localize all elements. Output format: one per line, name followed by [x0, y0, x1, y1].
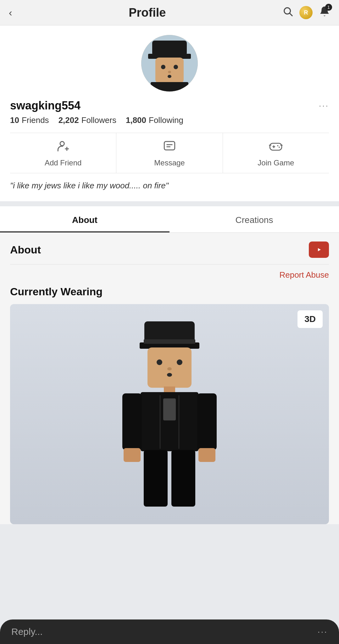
svg-rect-40 — [122, 393, 142, 450]
svg-rect-44 — [144, 450, 168, 507]
avatar — [141, 35, 198, 92]
about-header: About — [10, 242, 329, 264]
svg-rect-43 — [198, 448, 215, 462]
3d-toggle-button[interactable]: 3D — [297, 310, 323, 328]
svg-point-20 — [277, 145, 279, 147]
avatar-container — [10, 35, 329, 92]
stats-row: 10 Friends 2,202 Followers 1,800 Followi… — [10, 115, 183, 125]
friends-label: Friends — [22, 115, 49, 125]
svg-rect-39 — [163, 398, 176, 420]
join-game-icon — [269, 140, 283, 155]
svg-point-31 — [177, 359, 182, 365]
friends-stat[interactable]: 10 Friends — [10, 115, 49, 125]
following-label: Following — [149, 115, 183, 125]
back-button[interactable]: ‹ — [9, 7, 12, 19]
svg-point-32 — [167, 367, 172, 370]
about-section-title: About — [10, 244, 41, 256]
reply-placeholder[interactable]: Reply... — [11, 626, 42, 637]
nav-bar: ‹ Profile R 1 — [0, 0, 339, 25]
page-title: Profile — [129, 6, 166, 19]
report-abuse-link[interactable]: Report Abuse — [10, 264, 329, 286]
svg-rect-28 — [144, 339, 195, 344]
notification-badge: 1 — [325, 4, 332, 11]
robux-coin: R — [299, 6, 313, 19]
add-friend-button[interactable]: Add Friend — [10, 133, 116, 173]
svg-point-9 — [168, 75, 171, 78]
svg-point-30 — [157, 359, 162, 365]
svg-rect-17 — [270, 143, 282, 150]
svg-rect-42 — [197, 393, 217, 450]
notification-icon[interactable]: 1 — [319, 6, 330, 19]
svg-rect-14 — [164, 142, 175, 150]
tab-about[interactable]: About — [0, 206, 170, 232]
friends-count: 10 — [10, 115, 19, 125]
profile-card: swagking554 ··· 10 Friends 2,202 Followe… — [0, 25, 339, 201]
more-options-button[interactable]: ··· — [319, 101, 329, 111]
actions-row: Add Friend Message — [10, 133, 329, 173]
currently-wearing-title: Currently Wearing — [10, 286, 329, 298]
bio-text: "i like my jews like i like my wood.....… — [10, 180, 169, 192]
reply-options[interactable]: ··· — [318, 627, 328, 637]
3d-viewer: 3D — [10, 304, 329, 524]
svg-point-6 — [161, 65, 165, 69]
following-count: 1,800 — [126, 115, 146, 125]
svg-rect-3 — [152, 41, 187, 56]
svg-point-11 — [60, 142, 64, 146]
character-model — [119, 317, 220, 512]
coin-icon[interactable]: R — [299, 6, 313, 19]
username: swagking554 — [10, 99, 81, 112]
svg-rect-5 — [155, 58, 184, 83]
followers-stat[interactable]: 2,202 Followers — [58, 115, 116, 125]
add-friend-label: Add Friend — [45, 158, 81, 167]
nav-icons: R 1 — [282, 6, 330, 19]
followers-label: Followers — [81, 115, 116, 125]
svg-rect-10 — [151, 82, 188, 92]
message-button[interactable]: Message — [116, 133, 222, 173]
followers-count: 2,202 — [58, 115, 79, 125]
search-icon[interactable] — [282, 6, 293, 19]
join-game-button[interactable]: Join Game — [223, 133, 329, 173]
username-row: swagking554 ··· — [10, 99, 329, 112]
following-stat[interactable]: 1,800 Following — [126, 115, 183, 125]
svg-line-1 — [290, 13, 292, 16]
message-label: Message — [154, 158, 185, 167]
join-game-label: Join Game — [258, 158, 294, 167]
svg-rect-45 — [171, 450, 195, 507]
svg-point-33 — [167, 373, 172, 377]
tab-creations[interactable]: Creations — [170, 206, 339, 232]
svg-point-8 — [168, 71, 171, 73]
reply-bar: Reply... ··· — [0, 619, 339, 644]
message-icon — [163, 140, 176, 155]
add-friend-icon — [57, 140, 69, 155]
svg-rect-41 — [124, 448, 141, 462]
tabs-bar: About Creations — [0, 206, 339, 233]
about-section: About Report Abuse Currently Wearing 3D — [0, 233, 339, 524]
svg-point-7 — [174, 65, 178, 69]
youtube-button[interactable] — [309, 242, 329, 258]
svg-point-21 — [279, 147, 280, 148]
